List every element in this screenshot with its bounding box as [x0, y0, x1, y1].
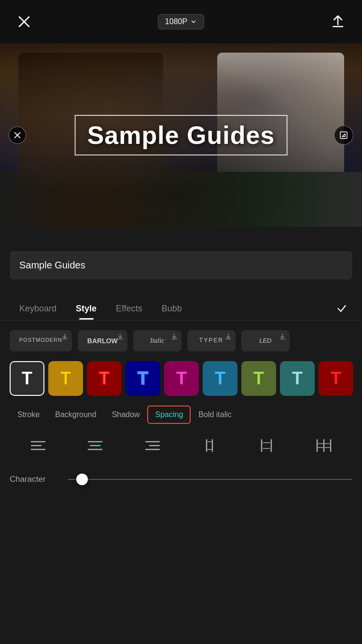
color-letter-teal: T: [292, 368, 303, 389]
color-style-red-outline[interactable]: T: [87, 361, 122, 396]
font-italic-label: Italic: [150, 337, 165, 345]
option-bold-italic[interactable]: Bold italic: [191, 406, 239, 424]
font-barlow[interactable]: BARLOW: [78, 330, 127, 351]
video-text-box[interactable]: Sample Guides: [75, 115, 288, 155]
resolution-label: 1080P: [165, 17, 187, 26]
close-button[interactable]: [14, 12, 34, 31]
spacing-narrow-button[interactable]: [190, 434, 229, 458]
align-right-button[interactable]: [133, 434, 172, 458]
font-italic[interactable]: Italic: [133, 330, 181, 351]
color-letter-lightblue: T: [215, 368, 225, 389]
character-row: Character: [0, 467, 362, 496]
download-icon: [61, 333, 68, 342]
tab-bubble[interactable]: Bubb: [152, 298, 192, 320]
alignment-row: [0, 424, 362, 467]
option-stroke[interactable]: Stroke: [10, 406, 47, 424]
tab-bar: Keyboard Style Effects Bubb: [0, 287, 362, 321]
character-label: Character: [10, 475, 58, 484]
font-postmodern-label: POSTMODERN: [19, 337, 62, 343]
font-led[interactable]: LED: [241, 330, 290, 351]
color-letter-red2: T: [331, 368, 341, 389]
download-icon-5: [279, 333, 286, 342]
video-preview: Sample Guides: [0, 43, 362, 227]
color-letter-red: T: [99, 368, 110, 389]
slider-thumb[interactable]: [76, 474, 88, 485]
color-styles-row: T T T T T T T T T: [0, 361, 362, 406]
color-letter-default: T: [22, 368, 32, 389]
download-icon-2: [117, 333, 124, 342]
option-spacing[interactable]: Spacing: [147, 406, 191, 424]
color-letter-yellow: T: [60, 368, 71, 389]
text-input-value: Sample Guides: [19, 260, 85, 270]
font-typer[interactable]: TYPER: [187, 330, 236, 351]
video-text: Sample Guides: [87, 121, 275, 149]
option-background[interactable]: Background: [47, 406, 104, 424]
tab-confirm-button[interactable]: [331, 297, 352, 320]
text-delete-button[interactable]: [9, 126, 26, 144]
option-shadow[interactable]: Shadow: [104, 406, 148, 424]
font-postmodern[interactable]: POSTMODERN: [10, 330, 72, 351]
font-styles-row: POSTMODERN BARLOW Italic TYPER: [0, 321, 362, 361]
download-icon-4: [225, 333, 232, 342]
tab-keyboard[interactable]: Keyboard: [10, 298, 66, 320]
color-style-red2[interactable]: T: [319, 361, 353, 396]
top-bar: 1080P: [0, 0, 362, 43]
color-style-default[interactable]: T: [10, 361, 44, 396]
text-input-display[interactable]: Sample Guides: [10, 251, 352, 280]
color-style-yellow[interactable]: T: [48, 361, 83, 396]
color-style-pink[interactable]: T: [164, 361, 199, 396]
font-barlow-label: BARLOW: [87, 337, 118, 345]
slider-track: [68, 479, 352, 480]
font-led-label: LED: [259, 337, 271, 344]
character-slider[interactable]: [68, 472, 352, 487]
color-style-green[interactable]: T: [241, 361, 276, 396]
align-center-colored-button[interactable]: [76, 434, 114, 458]
tab-style[interactable]: Style: [66, 298, 106, 320]
color-style-blue-outline[interactable]: T: [125, 361, 160, 396]
color-letter-blue: T: [138, 368, 148, 389]
font-typer-label: TYPER: [199, 337, 223, 344]
text-resize-button[interactable]: [334, 126, 353, 145]
separator: [0, 227, 362, 251]
color-style-teal[interactable]: T: [280, 361, 315, 396]
spacing-wide-button[interactable]: [305, 434, 343, 458]
options-row: Stroke Background Shadow Spacing Bold it…: [0, 406, 362, 424]
color-letter-pink: T: [176, 368, 187, 389]
spacing-medium-button[interactable]: [247, 434, 286, 458]
color-letter-green: T: [253, 368, 264, 389]
align-left-button[interactable]: [19, 434, 57, 458]
resolution-selector[interactable]: 1080P: [158, 14, 204, 29]
color-style-lightblue[interactable]: T: [203, 361, 237, 396]
download-icon-3: [171, 333, 178, 342]
tab-effects[interactable]: Effects: [106, 298, 152, 320]
export-button[interactable]: [328, 12, 348, 31]
